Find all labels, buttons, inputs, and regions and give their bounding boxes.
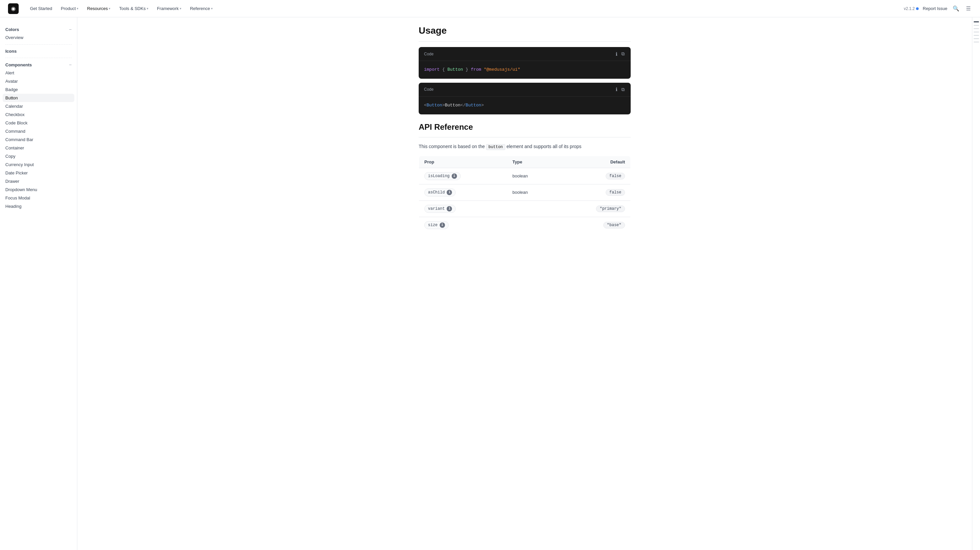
info-icon[interactable]: i (447, 206, 452, 212)
info-icon[interactable]: ℹ (615, 50, 618, 57)
collapse-icon-2[interactable]: − (69, 62, 72, 67)
table-row: varianti"primary" (419, 201, 631, 217)
sidebar-components-title: Components (5, 62, 32, 67)
default-cell: false (556, 184, 631, 201)
copy-icon[interactable]: ⧉ (620, 50, 625, 57)
nav-tools-sdks[interactable]: Tools & SDKs ▾ (116, 4, 151, 13)
scroll-indicator-active (974, 21, 979, 22)
code-string-module: "@medusajs/ui" (484, 67, 520, 72)
sidebar-item-focus-modal[interactable]: Focus Modal (0, 194, 77, 202)
default-badge: "primary" (596, 206, 625, 212)
scroll-indicator-4 (974, 35, 979, 36)
sidebar-item-drawer[interactable]: Drawer (0, 177, 77, 185)
version-badge: v2.1.2 (904, 6, 919, 11)
table-row: asChildibooleanfalse (419, 184, 631, 201)
sidebar-colors-title: Colors (5, 27, 19, 32)
prop-badge: isLoadingi (424, 172, 461, 180)
code-actions-2: ℹ ⧉ (615, 86, 625, 93)
prop-cell: varianti (419, 201, 508, 217)
sidebar-item-code-block[interactable]: Code Block (0, 119, 77, 127)
type-cell (507, 217, 556, 233)
props-table: Prop Type Default isLoadingibooleanfalse… (418, 156, 631, 233)
sidebar-item-overview[interactable]: Overview (0, 33, 77, 42)
logo[interactable]: ◉ (8, 3, 19, 14)
sidebar-item-badge[interactable]: Badge (0, 85, 77, 94)
info-icon-2[interactable]: ℹ (615, 86, 618, 93)
prop-cell: sizei (419, 217, 508, 233)
default-badge: false (606, 189, 625, 196)
search-icon[interactable]: 🔍 (951, 4, 961, 13)
default-cell: false (556, 168, 631, 184)
sidebar-item-alert[interactable]: Alert (0, 69, 77, 77)
code-body-2: <Button>Button</Button> (418, 97, 631, 115)
report-issue-link[interactable]: Report Issue (923, 6, 947, 11)
nav-right: v2.1.2 Report Issue 🔍 ☰ (904, 4, 972, 13)
usage-divider (418, 41, 631, 42)
col-prop: Prop (419, 156, 508, 168)
nav-product[interactable]: Product ▾ (57, 4, 82, 13)
menu-icon[interactable]: ☰ (965, 4, 972, 13)
nav-framework[interactable]: Framework ▾ (154, 4, 185, 13)
version-dot-icon (916, 7, 919, 10)
content-inner: Usage Code ℹ ⧉ import { Button } from (408, 18, 641, 249)
api-inline-code: button (486, 144, 505, 150)
default-cell: "primary" (556, 201, 631, 217)
sidebar-item-heading[interactable]: Heading (0, 202, 77, 210)
code-tag-close: Button (466, 103, 481, 108)
nav-links: Get Started Product ▾ Resources ▾ Tools … (27, 4, 896, 13)
copy-icon-2[interactable]: ⧉ (620, 86, 625, 93)
code-keyword-from: from (471, 67, 481, 72)
col-default: Default (556, 156, 631, 168)
type-cell (507, 201, 556, 217)
right-panel (972, 18, 980, 550)
sidebar-item-checkbox[interactable]: Checkbox (0, 110, 77, 119)
prop-badge: asChildi (424, 188, 456, 196)
sidebar-item-calendar[interactable]: Calendar (0, 102, 77, 110)
info-icon[interactable]: i (452, 174, 457, 179)
code-import-name: Button (447, 67, 463, 72)
nav-get-started[interactable]: Get Started (27, 4, 55, 13)
collapse-icon[interactable]: − (69, 27, 72, 32)
table-header-row: Prop Type Default (419, 156, 631, 168)
page-usage-title: Usage (418, 26, 631, 36)
sidebar-section-colors-header: Colors − (0, 26, 77, 33)
top-nav: ◉ Get Started Product ▾ Resources ▾ Tool… (0, 0, 980, 18)
sidebar-section-icons-header: Icons (0, 47, 77, 55)
code-tag-open: Button (427, 103, 442, 108)
code-body-1: import { Button } from "@medusajs/ui" (418, 61, 631, 79)
info-icon[interactable]: i (440, 222, 445, 228)
sidebar-item-dropdown-menu[interactable]: Dropdown Menu (0, 185, 77, 194)
sidebar-item-command-bar[interactable]: Command Bar (0, 136, 77, 144)
type-cell: boolean (507, 184, 556, 201)
sidebar-item-currency-input[interactable]: Currency Input (0, 160, 77, 169)
sidebar: Colors − Overview Icons Components − Ale… (0, 18, 77, 550)
col-type: Type (507, 156, 556, 168)
chevron-down-icon: ▾ (77, 7, 78, 10)
sidebar-item-command[interactable]: Command (0, 127, 77, 136)
code-actions-1: ℹ ⧉ (615, 50, 625, 57)
code-block-header-1: Code ℹ ⧉ (418, 47, 631, 61)
nav-reference[interactable]: Reference ▾ (187, 4, 216, 13)
default-cell: "base" (556, 217, 631, 233)
sidebar-item-container[interactable]: Container (0, 144, 77, 152)
prop-badge: varianti (424, 205, 456, 213)
sidebar-item-date-picker[interactable]: Date Picker (0, 169, 77, 177)
api-description: This component is based on the button el… (418, 143, 631, 150)
sidebar-item-avatar[interactable]: Avatar (0, 77, 77, 85)
code-block-usage: Code ℹ ⧉ <Button>Button</Button> (418, 83, 631, 115)
prop-cell: isLoadingi (419, 168, 508, 184)
nav-resources[interactable]: Resources ▾ (84, 4, 114, 13)
chevron-down-icon: ▾ (211, 7, 213, 10)
default-badge: "base" (603, 222, 625, 228)
sidebar-item-copy[interactable]: Copy (0, 152, 77, 160)
prop-badge: sizei (424, 221, 449, 229)
sidebar-item-button[interactable]: Button (3, 94, 74, 102)
code-keyword-import: import (424, 67, 440, 72)
chevron-down-icon: ▾ (109, 7, 110, 10)
sidebar-section-components-header: Components − (0, 61, 77, 69)
info-icon[interactable]: i (447, 190, 452, 195)
code-label-2: Code (424, 87, 434, 92)
table-row: isLoadingibooleanfalse (419, 168, 631, 184)
scroll-indicator-5 (974, 38, 979, 39)
type-cell: boolean (507, 168, 556, 184)
